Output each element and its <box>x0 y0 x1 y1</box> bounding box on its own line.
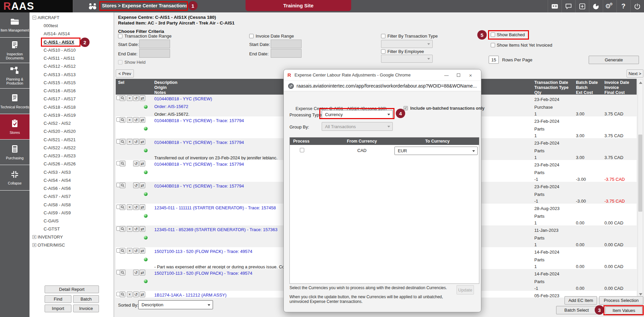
tree-item[interactable]: C-AIS2 - AIS2 <box>44 121 71 126</box>
power-icon[interactable] <box>633 2 641 10</box>
tree-item[interactable]: C-GAIS <box>44 218 59 223</box>
raas-logo[interactable]: RAAS <box>0 0 73 12</box>
sidebar-item-purchasing[interactable]: Purchasing <box>0 140 30 165</box>
zoom-row-icon[interactable] <box>120 182 125 188</box>
tree-item[interactable]: C-GTST <box>44 226 60 231</box>
row-description-link[interactable]: 010440B018 - YYC (SCREW) - Trace: 157794 <box>154 183 244 189</box>
undo-row-icon[interactable]: ↺ <box>133 95 139 101</box>
tree-collapse-icon[interactable] <box>33 16 36 19</box>
transfer-row-icon[interactable]: ⇄ <box>140 292 145 297</box>
show-batched-checkbox[interactable] <box>491 33 495 37</box>
batch-button[interactable]: Batch <box>73 295 99 303</box>
sidebar-item-inspection-documents[interactable]: Inspection Documents <box>0 38 30 63</box>
tree-item[interactable]: 000test <box>44 23 58 28</box>
delete-row-icon[interactable]: × <box>127 95 132 101</box>
zoom-row-icon[interactable] <box>120 226 125 232</box>
undo-row-icon[interactable]: ↺ <box>133 248 139 254</box>
tree-item-selected[interactable]: C-AIS1 - AIS1X <box>44 40 74 45</box>
zoom-row-icon[interactable] <box>120 248 125 254</box>
row-description-link[interactable]: 12345-011 - 852369 (STARTER GENERATOR) -… <box>154 227 277 232</box>
tree-item[interactable]: C-AIS6 - AIS6 <box>44 186 71 191</box>
sidebar-item-collapse[interactable]: Collapse <box>0 165 30 191</box>
popup-url-bar[interactable]: raasais.aviationintertec.com/app/forecas… <box>284 81 481 91</box>
tree-item[interactable]: C-AIS16 - AIS16 <box>44 88 75 93</box>
delete-row-icon[interactable]: × <box>127 204 132 210</box>
tree-item[interactable]: AIS14- AIS14 <box>44 31 70 36</box>
tree-item[interactable]: C-AIS11 - AIS11 <box>44 56 75 61</box>
prev-page-button[interactable]: < Prev <box>116 69 134 77</box>
zoom-row-icon[interactable] <box>120 117 125 123</box>
add-ec-item-button[interactable]: Add EC Item <box>565 296 597 305</box>
tree-item[interactable]: C-AIS10 - AIS10 <box>44 48 75 53</box>
group-by-select[interactable]: All Transactions <box>322 122 393 131</box>
transfer-row-icon[interactable]: ⇄ <box>140 117 145 123</box>
transfer-row-icon[interactable]: ⇄ <box>140 161 145 166</box>
row-description-link[interactable]: 010440B018 - YYC (SCREW) <box>154 96 212 101</box>
sidebar-item-planning-production[interactable]: Planning & Production <box>0 63 30 89</box>
invoice-button[interactable]: Invoice <box>73 305 99 312</box>
undo-row-icon[interactable]: ↺ <box>133 292 139 297</box>
invoice-end-date-input[interactable] <box>271 49 302 58</box>
import-button[interactable]: Import <box>45 305 71 312</box>
end-date-input[interactable] <box>139 49 170 58</box>
transaction-date-range-checkbox[interactable] <box>118 34 122 38</box>
tree-group-inventory[interactable]: INVENTORY <box>38 234 63 240</box>
undo-row-icon[interactable]: ↺ <box>133 117 139 123</box>
undo-row-icon[interactable]: ↺ <box>133 270 139 275</box>
row-description-link[interactable]: 010440B018 - YYC (SCREW) - Trace: 157794 <box>154 118 244 123</box>
invoice-date-range-checkbox[interactable] <box>249 34 254 38</box>
transfer-row-icon[interactable]: ⇄ <box>140 204 145 210</box>
transfer-row-icon[interactable]: ⇄ <box>140 248 145 254</box>
item-values-button[interactable]: Item Values <box>605 307 642 314</box>
start-date-input[interactable] <box>139 40 170 48</box>
show-held-checkbox[interactable] <box>118 60 122 64</box>
id-card-icon[interactable] <box>551 2 558 10</box>
delete-row-icon[interactable]: × <box>127 292 132 297</box>
show-items-not-invoiced-checkbox[interactable] <box>491 43 495 47</box>
next-page-button[interactable]: Next > <box>627 69 643 77</box>
batch-select-button[interactable]: Batch Select <box>556 306 597 314</box>
transfer-row-icon[interactable]: ⇄ <box>140 182 145 188</box>
tree-item[interactable]: C-AIS26 - AIS26 <box>44 161 75 166</box>
sorted-by-select[interactable]: Description <box>138 300 213 309</box>
tree-item[interactable]: C-AIS20 - AIS20 <box>44 129 75 134</box>
zoom-row-icon[interactable] <box>120 270 125 275</box>
zoom-row-icon[interactable] <box>120 139 125 145</box>
find-button[interactable]: Find <box>45 295 71 303</box>
transfer-row-icon[interactable]: ⇄ <box>140 226 145 232</box>
tree-item[interactable]: C-AIS8 - AIS8 <box>44 202 71 207</box>
update-button[interactable]: Update <box>457 285 474 295</box>
tree-item[interactable]: C-AIS18 - AIS18 <box>44 105 75 110</box>
filter-employee-checkbox[interactable] <box>381 49 385 54</box>
chat-icon[interactable] <box>565 2 572 10</box>
row-description-link[interactable]: 010440B018 - YYC (SCREW) - Trace: 157794 <box>154 140 244 145</box>
sidebar-item-stores[interactable]: Stores <box>0 114 30 140</box>
row-description-link[interactable]: 010440B018 - YYC (SCREW) - Trace: 157794 <box>154 162 244 167</box>
sidebar-item-item-management[interactable]: Item Management <box>0 12 30 38</box>
zoom-row-icon[interactable] <box>120 204 125 210</box>
filter-transaction-type-checkbox[interactable] <box>381 34 385 38</box>
delete-row-icon[interactable]: × <box>127 139 132 145</box>
generate-button[interactable]: Generate <box>589 56 639 64</box>
undo-row-icon[interactable]: ↺ <box>133 161 139 166</box>
transaction-type-select[interactable] <box>381 40 433 48</box>
tree-item[interactable]: C-AIS9 - AIS9 <box>44 210 71 215</box>
tree-item[interactable]: C-AIS23 - AIS23 <box>44 153 75 158</box>
delete-row-icon[interactable]: × <box>127 226 132 232</box>
to-currency-select[interactable]: EUR <box>394 147 478 155</box>
row-description-link[interactable]: 1B1274-1AKA - 121212 (ARM ASSY) <box>154 293 226 298</box>
undo-row-icon[interactable]: ↺ <box>133 226 139 232</box>
undo-row-icon[interactable]: ↺ <box>133 204 139 210</box>
process-currency-checkbox[interactable] <box>300 148 304 152</box>
popup-title-bar[interactable]: R Expense Center Labour Rate Adjustments… <box>284 69 481 81</box>
close-icon[interactable]: × <box>466 71 475 79</box>
scroll-down-icon[interactable] <box>639 293 642 296</box>
zoom-row-icon[interactable] <box>120 292 125 297</box>
pie-chart-icon[interactable] <box>592 2 600 10</box>
include-unbatched-checkbox[interactable] <box>404 106 408 110</box>
minimize-icon[interactable]: — <box>442 71 451 79</box>
process-selection-button[interactable]: Process Selection <box>599 296 643 305</box>
undo-row-icon[interactable]: ↺ <box>133 182 139 188</box>
tune-icon[interactable] <box>288 83 294 91</box>
row-description-link[interactable]: 1502T100-113 - 520 (FLOW PACK) - Trace: … <box>154 271 252 276</box>
